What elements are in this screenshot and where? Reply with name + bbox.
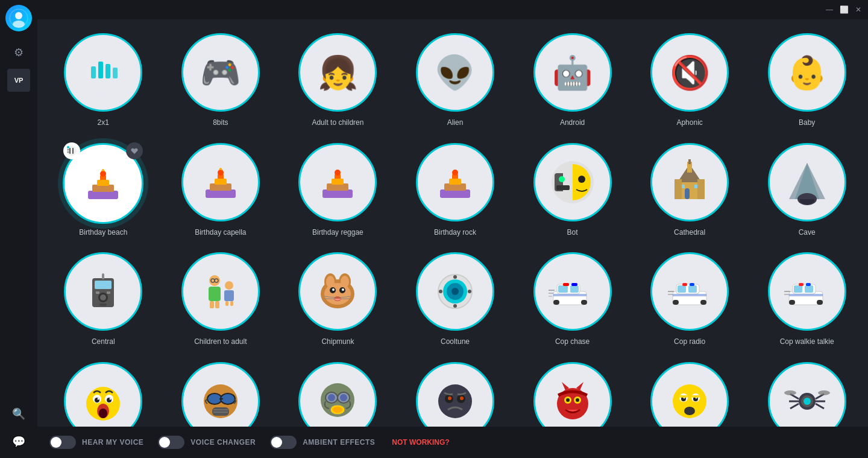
voice-item-cop-walkie-talkie[interactable]: Cop walkie talkie (750, 246, 863, 351)
voice-label-cave: Cave (799, 228, 816, 238)
svg-rect-37 (556, 185, 570, 190)
svg-rect-42 (688, 159, 691, 164)
svg-point-33 (452, 170, 458, 176)
svg-rect-99 (570, 285, 579, 293)
not-working-button[interactable]: NOT WORKING? (392, 438, 449, 447)
avatar[interactable] (5, 5, 32, 31)
voice-item-chipmunk[interactable]: Chipmunk (281, 246, 394, 351)
voice-label-central: Central (92, 337, 115, 347)
voice-label-birthday-beach: Birthday beach (79, 228, 127, 238)
svg-line-178 (790, 404, 799, 409)
svg-rect-96 (553, 300, 559, 305)
voice-label-birthday-rock: Birthday rock (434, 228, 476, 238)
svg-point-67 (225, 281, 233, 290)
svg-line-181 (816, 404, 824, 409)
voice-item-bot[interactable]: Bot (516, 136, 629, 241)
hear-my-voice-label: HEAR MY VOICE (82, 438, 143, 447)
sidebar: ⚙ VP 🔍 💬 (0, 0, 37, 458)
svg-point-38 (578, 176, 585, 183)
voice-item-cop-chase[interactable]: Cop chase (516, 246, 629, 351)
ambient-effects-group: AMBIENT EFFECTS (270, 436, 375, 449)
svg-point-162 (576, 398, 579, 402)
voice-item-birthday-reggae[interactable]: Birthday reggae (281, 136, 394, 241)
svg-rect-47 (697, 179, 705, 199)
voice-item-aphonic[interactable]: 🔇 Aphonic (634, 27, 746, 132)
voice-label-cooltune: Cooltune (441, 337, 470, 347)
svg-rect-53 (95, 281, 112, 289)
svg-rect-98 (558, 285, 568, 293)
voice-item-cooltune[interactable]: Cooltune (399, 246, 512, 351)
hear-my-voice-toggle[interactable] (49, 436, 76, 449)
voice-item-adult-to-children[interactable]: 👧 Adult to children (281, 27, 394, 132)
voice-item-cathedral[interactable]: Cathedral (634, 136, 746, 241)
voice-label-adult-to-children: Adult to children (312, 118, 363, 128)
svg-rect-69 (225, 301, 228, 306)
search-icon[interactable]: 🔍 (7, 402, 30, 425)
voice-item-2x1[interactable]: 2x1 (47, 27, 160, 132)
voice-label-chipmunk: Chipmunk (321, 337, 354, 347)
voice-changer-toggle[interactable] (158, 436, 184, 449)
active-play-icon (63, 142, 80, 159)
voice-label-bot: Bot (567, 228, 578, 238)
voice-item-central[interactable]: Central (47, 246, 160, 351)
svg-rect-109 (700, 300, 706, 305)
voice-item-dark-angel[interactable]: Dark angel (516, 355, 629, 427)
svg-point-12 (68, 148, 69, 150)
svg-point-90 (453, 275, 457, 279)
ambient-effects-toggle[interactable] (270, 436, 297, 449)
svg-point-13 (68, 151, 69, 153)
voice-item-cs-ct[interactable]: Cs ct (165, 355, 277, 427)
voice-label-aphonic: Aphonic (676, 118, 702, 128)
voice-item-android[interactable]: 🤖 Android (516, 27, 629, 132)
svg-point-76 (324, 283, 351, 305)
svg-point-89 (451, 288, 459, 295)
chat-icon[interactable]: 💬 (7, 430, 30, 453)
voice-item-cop-radio[interactable]: Cop radio (634, 246, 746, 351)
voice-item-dark[interactable]: Dark (399, 355, 512, 427)
voice-item-birthday-beach[interactable]: Birthday beach (47, 136, 160, 241)
voice-item-crazy[interactable]: Crazy (47, 355, 160, 427)
voice-item-children-to-adult[interactable]: Children to adult (165, 246, 277, 351)
svg-point-175 (804, 398, 811, 405)
favorite-icon[interactable] (126, 142, 143, 159)
svg-rect-110 (678, 285, 686, 293)
titlebar: — ⬜ ✕ (37, 0, 868, 19)
voice-label-2x1: 2x1 (98, 118, 109, 128)
svg-rect-10 (72, 148, 74, 154)
svg-rect-125 (789, 294, 823, 296)
voice-item-baby[interactable]: 👶 Baby (750, 27, 863, 132)
voice-label-baby: Baby (799, 118, 815, 128)
svg-rect-24 (322, 189, 353, 198)
svg-point-150 (333, 407, 342, 413)
voice-item-cave[interactable]: Cave (750, 136, 863, 241)
svg-point-0 (15, 12, 22, 19)
settings-icon[interactable]: ⚙ (7, 41, 30, 64)
close-button[interactable]: ✕ (854, 5, 863, 14)
voice-item-8bits[interactable]: 🎮 8bits (165, 27, 277, 132)
voice-item-alien[interactable]: 👽 Alien (399, 27, 512, 132)
svg-point-36 (559, 176, 565, 182)
voice-label-birthday-reggae: Birthday reggae (312, 228, 363, 238)
svg-point-28 (335, 170, 341, 176)
svg-point-80 (342, 288, 344, 291)
maximize-button[interactable]: ⬜ (839, 5, 849, 14)
voice-item-birthday-capella[interactable]: Birthday capella (165, 136, 277, 241)
ambient-effects-toggle-knob (271, 437, 282, 448)
voice-changer-group: VOICE CHANGER (158, 436, 256, 449)
svg-rect-9 (69, 148, 71, 154)
minimize-button[interactable]: — (825, 5, 834, 14)
voice-grid-area: 2x1 🎮 8bits 👧 Adult to children (37, 19, 868, 427)
svg-point-172 (684, 407, 695, 415)
voice-item-deep[interactable]: Deep (634, 355, 746, 427)
vp-icon[interactable]: VP (7, 69, 30, 92)
voice-item-birthday-rock[interactable]: Birthday rock (399, 136, 512, 241)
svg-rect-120 (817, 300, 823, 305)
svg-rect-141 (212, 407, 229, 416)
voice-item-dron[interactable]: Dron (750, 355, 863, 427)
voice-item-cs-t[interactable]: Cs t (281, 355, 394, 427)
svg-point-79 (332, 288, 335, 291)
svg-rect-70 (230, 301, 233, 306)
svg-point-155 (460, 396, 464, 400)
bottom-bar: HEAR MY VOICE VOICE CHANGER AMBIENT EFFE… (37, 427, 868, 458)
svg-point-151 (438, 384, 472, 418)
